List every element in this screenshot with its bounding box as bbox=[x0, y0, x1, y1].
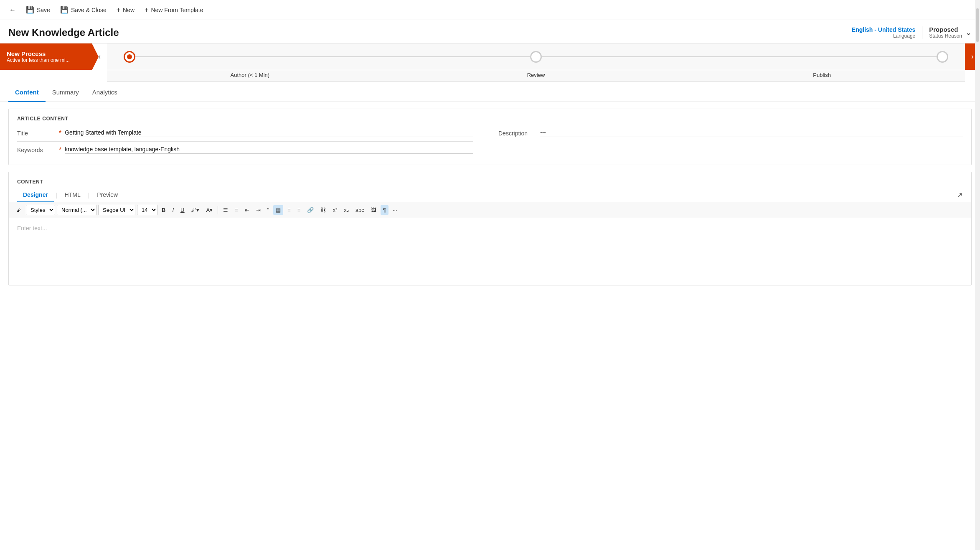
highlight-button[interactable]: 🖊▾ bbox=[188, 205, 202, 215]
article-content-title: ARTICLE CONTENT bbox=[9, 109, 971, 125]
field-title: Title * Getting Started with Template bbox=[17, 125, 473, 142]
font-color-icon: A▾ bbox=[206, 207, 213, 213]
field-description: Description --- bbox=[498, 125, 963, 141]
new-label: New bbox=[123, 7, 135, 13]
subscript-button[interactable]: x₂ bbox=[341, 205, 351, 215]
keywords-value[interactable]: knowledge base template, language-Englis… bbox=[65, 146, 473, 154]
page-header: New Knowledge Article English - United S… bbox=[0, 20, 980, 43]
more-button[interactable]: ··· bbox=[390, 205, 400, 215]
process-label-text: New Process Active for less than one mi.… bbox=[7, 50, 70, 63]
indent-button[interactable]: ⇥ bbox=[254, 205, 263, 215]
article-content-section: ARTICLE CONTENT Title * Getting Started … bbox=[8, 109, 972, 165]
header-right: English - United States Language Propose… bbox=[852, 26, 972, 39]
new-template-label: New From Template bbox=[151, 7, 203, 13]
tab-analytics[interactable]: Analytics bbox=[86, 84, 124, 102]
link-button[interactable]: 🔗 bbox=[305, 205, 316, 215]
tab-content[interactable]: Content bbox=[8, 84, 46, 102]
underline-button[interactable]: U bbox=[178, 205, 187, 215]
scrollbar-thumb[interactable] bbox=[976, 8, 979, 42]
tabs-bar: Content Summary Analytics bbox=[0, 84, 980, 102]
description-label: Description bbox=[498, 130, 540, 137]
save-close-label: Save & Close bbox=[71, 7, 107, 13]
keywords-required: * bbox=[59, 146, 61, 154]
chevron-right-icon: › bbox=[971, 52, 974, 61]
align-left-button[interactable]: ☰ bbox=[221, 205, 231, 215]
save-icon: 💾 bbox=[26, 6, 34, 14]
align-block-button[interactable]: ▦ bbox=[273, 205, 283, 215]
process-title: New Process bbox=[7, 50, 70, 57]
field-keywords: Keywords * knowledge base template, lang… bbox=[17, 142, 473, 158]
superscript-button[interactable]: x² bbox=[330, 205, 340, 215]
italic-button[interactable]: I bbox=[170, 205, 176, 215]
page-title: New Knowledge Article bbox=[8, 27, 119, 38]
tab-summary[interactable]: Summary bbox=[46, 84, 86, 102]
connector-2 bbox=[542, 56, 937, 57]
save-button[interactable]: 💾 Save bbox=[22, 3, 54, 16]
blockquote-button[interactable]: " bbox=[265, 205, 272, 215]
content-editor-section: CONTENT Designer | HTML | Preview ↗ 🖌 St… bbox=[8, 172, 972, 285]
align-block-icon: ▦ bbox=[276, 207, 281, 213]
step-labels: Author (< 1 Min) Review Publish bbox=[107, 70, 965, 82]
step-label-review: Review bbox=[393, 72, 679, 78]
new-template-icon: + bbox=[145, 6, 148, 14]
new-button[interactable]: + New bbox=[112, 4, 139, 16]
toolbar-sep-1 bbox=[218, 206, 218, 214]
expand-icon: ↗ bbox=[957, 191, 963, 199]
image-button[interactable]: 🖼 bbox=[368, 205, 379, 215]
process-label: New Process Active for less than one mi.… bbox=[0, 43, 92, 70]
step-label-publish: Publish bbox=[679, 72, 965, 78]
process-bar: New Process Active for less than one mi.… bbox=[0, 43, 980, 70]
new-template-button[interactable]: + New From Template bbox=[140, 4, 207, 16]
main-toolbar: ← 💾 Save 💾 Save & Close + New + New From… bbox=[0, 0, 980, 20]
editor-tab-preview[interactable]: Preview bbox=[91, 188, 124, 202]
article-fields-grid: Title * Getting Started with Template Ke… bbox=[9, 125, 971, 165]
step-dot-publish bbox=[937, 51, 948, 63]
font-select[interactable]: Segoe UI bbox=[98, 205, 135, 215]
size-select[interactable]: 14 bbox=[137, 205, 157, 215]
styles-select[interactable]: Styles bbox=[26, 205, 55, 215]
status-sub: Status Reason bbox=[929, 33, 962, 39]
language-block[interactable]: English - United States Language bbox=[852, 26, 922, 39]
step-label-author: Author (< 1 Min) bbox=[107, 72, 393, 78]
outdent-button[interactable]: ⇤ bbox=[242, 205, 252, 215]
scrollbar-track[interactable] bbox=[975, 0, 980, 292]
status-text: Proposed Status Reason bbox=[929, 26, 962, 39]
title-value[interactable]: Getting Started with Template bbox=[65, 129, 473, 137]
process-sub: Active for less than one mi... bbox=[7, 57, 70, 63]
align-center-button[interactable]: ≡ bbox=[285, 205, 293, 215]
status-title: Proposed bbox=[929, 26, 962, 33]
language-label: English - United States bbox=[852, 26, 915, 33]
editor-tab-designer[interactable]: Designer bbox=[17, 188, 54, 202]
editor-area[interactable]: Enter text... bbox=[9, 218, 971, 285]
steps-row bbox=[124, 51, 948, 63]
save-label: Save bbox=[37, 7, 50, 13]
main-content: ARTICLE CONTENT Title * Getting Started … bbox=[0, 102, 980, 292]
justify-button[interactable]: ≡ bbox=[295, 205, 303, 215]
back-icon: ← bbox=[9, 6, 16, 14]
keywords-label: Keywords bbox=[17, 147, 59, 153]
unordered-list-button[interactable]: ≡ bbox=[232, 205, 241, 215]
language-sub: Language bbox=[852, 33, 915, 39]
paint-brush-button[interactable]: 🖌 bbox=[14, 205, 24, 215]
editor-title: CONTENT bbox=[9, 172, 971, 188]
editor-tabs: Designer | HTML | Preview ↗ bbox=[9, 188, 971, 202]
save-close-button[interactable]: 💾 Save & Close bbox=[56, 3, 111, 16]
paragraph-button[interactable]: ¶ bbox=[381, 205, 388, 215]
editor-placeholder: Enter text... bbox=[17, 225, 47, 232]
status-chevron-button[interactable]: ⌄ bbox=[965, 28, 972, 37]
fields-left: Title * Getting Started with Template Ke… bbox=[17, 125, 490, 158]
bold-button[interactable]: B bbox=[159, 205, 168, 215]
description-value[interactable]: --- bbox=[540, 129, 963, 137]
strikethrough-button[interactable]: abc bbox=[353, 205, 367, 215]
step-dot-author bbox=[124, 51, 135, 63]
tab-sep-1: | bbox=[54, 192, 59, 199]
format-select[interactable]: Normal (... bbox=[57, 205, 96, 215]
chevron-down-icon: ⌄ bbox=[965, 28, 972, 37]
editor-toolbar: 🖌 Styles Normal (... Segoe UI 14 B I U 🖊… bbox=[9, 202, 971, 218]
expand-button[interactable]: ↗ bbox=[957, 191, 963, 200]
unlink-button[interactable]: ⛓ bbox=[318, 205, 328, 215]
editor-tab-html[interactable]: HTML bbox=[59, 188, 86, 202]
font-color-button[interactable]: A▾ bbox=[203, 205, 215, 215]
back-button[interactable]: ← bbox=[5, 4, 20, 16]
connector-1 bbox=[135, 56, 530, 57]
